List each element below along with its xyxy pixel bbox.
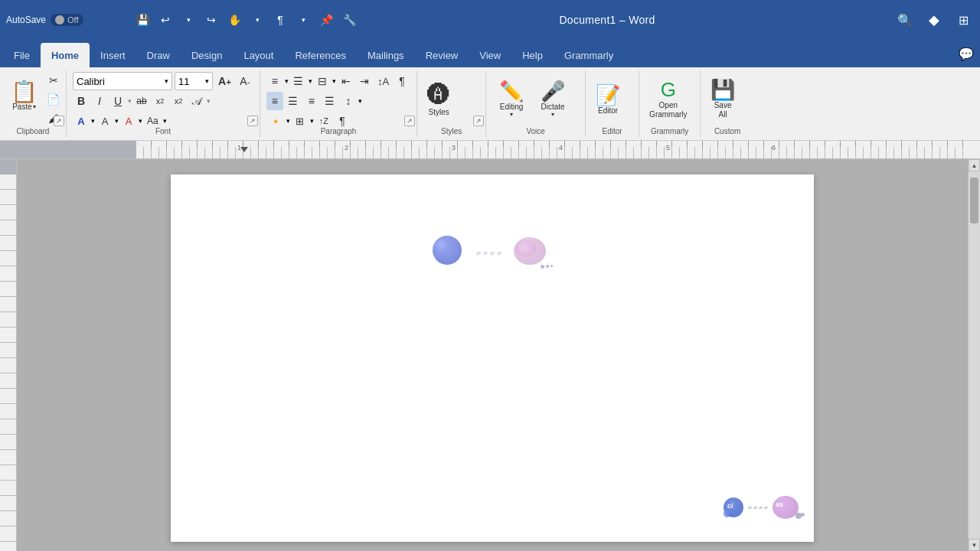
multilevel-dropdown[interactable]: ▾ bbox=[332, 77, 336, 85]
subscript-button[interactable]: x2 bbox=[152, 92, 168, 110]
open-grammarly-button[interactable]: G OpenGrammarly bbox=[645, 80, 691, 119]
save-all-label: SaveAll bbox=[714, 101, 732, 119]
editing-button[interactable]: ✏️ Editing ▾ bbox=[492, 80, 531, 119]
comment-icon[interactable]: 💬 bbox=[956, 43, 977, 64]
font-shrink-button[interactable]: A- bbox=[237, 72, 253, 90]
dictate-icon: 🎤 bbox=[541, 81, 565, 101]
tab-file[interactable]: File bbox=[3, 43, 41, 67]
quick-toolbar: 💾 ↩ ▾ ↪ ✋ ▾ ¶ ▾ 📌 🔧 bbox=[129, 9, 363, 31]
copy-button[interactable]: 📄 bbox=[44, 91, 63, 109]
underline-button[interactable]: U bbox=[109, 92, 126, 110]
undo-button[interactable]: ↩ bbox=[155, 9, 176, 31]
custom-label: Custom bbox=[701, 127, 754, 135]
increase-indent-button[interactable]: ⇥ bbox=[356, 72, 373, 90]
case-dropdown[interactable]: ▾ bbox=[163, 117, 167, 125]
layout-icon[interactable]: ⊞ bbox=[952, 9, 974, 31]
font-size-dropdown[interactable]: 11 bbox=[175, 72, 213, 90]
page-container[interactable]: ci as bbox=[17, 159, 968, 551]
tab-layout[interactable]: Layout bbox=[233, 43, 284, 67]
save-all-button[interactable]: 💾 SaveAll bbox=[707, 80, 739, 119]
tab-draw[interactable]: Draw bbox=[136, 43, 181, 67]
clear-format-dropdown[interactable]: ▾ bbox=[207, 97, 211, 105]
tab-review[interactable]: Review bbox=[415, 43, 469, 67]
shading-dropdown[interactable]: ▾ bbox=[286, 117, 290, 125]
tab-grammarly[interactable]: Grammarly bbox=[554, 43, 624, 67]
scroll-thumb[interactable] bbox=[970, 178, 978, 223]
numbering-button[interactable]: ☰ bbox=[290, 72, 307, 90]
scroll-up-button[interactable]: ▲ bbox=[969, 159, 980, 171]
styles-label: Styles bbox=[428, 108, 449, 116]
scroll-track[interactable] bbox=[969, 171, 980, 539]
superscript-button[interactable]: x2 bbox=[170, 92, 187, 110]
clipboard-expand[interactable]: ↗ bbox=[54, 116, 64, 126]
paste-button[interactable]: 📋 Paste bbox=[6, 78, 42, 121]
editor-button[interactable]: 📝 Editor bbox=[592, 80, 624, 119]
tab-home[interactable]: Home bbox=[41, 43, 90, 67]
tab-help[interactable]: Help bbox=[511, 43, 554, 67]
search-icon[interactable]: 🔍 bbox=[894, 9, 916, 31]
justify-button[interactable]: ☰ bbox=[322, 92, 338, 110]
format-dropdown[interactable]: ▾ bbox=[292, 9, 314, 31]
customize-button[interactable]: 🔧 bbox=[338, 9, 360, 31]
show-formatting-button[interactable]: ¶ bbox=[394, 72, 410, 90]
font-grow-button[interactable]: A+ bbox=[215, 72, 234, 90]
decrease-indent-button[interactable]: ⇤ bbox=[338, 72, 354, 90]
autosave-toggle[interactable]: Off bbox=[51, 14, 83, 26]
line-spacing-dropdown[interactable]: ▾ bbox=[358, 97, 362, 105]
cut-button[interactable]: ✂ bbox=[44, 72, 63, 90]
font-name-dropdown[interactable]: Calibri bbox=[73, 72, 172, 90]
pin-button[interactable]: 📌 bbox=[315, 9, 337, 31]
ruler-content[interactable]: 1 2 3 4 5 6 bbox=[136, 141, 968, 158]
line-spacing-button[interactable]: ↕ bbox=[340, 92, 357, 110]
tab-design[interactable]: Design bbox=[181, 43, 233, 67]
styles-group: 🅐 Styles Styles ↗ bbox=[417, 70, 486, 137]
text-color-dropdown[interactable]: ▾ bbox=[139, 117, 142, 125]
styles-button[interactable]: 🅐 Styles bbox=[423, 80, 454, 119]
touch-button[interactable]: ✋ bbox=[224, 9, 245, 31]
save-button[interactable]: 💾 bbox=[132, 9, 153, 31]
styles-label-group: Styles bbox=[417, 127, 485, 135]
editor-label-group: Editor bbox=[586, 127, 639, 135]
align-center-button[interactable]: ☰ bbox=[285, 92, 302, 110]
multilevel-button[interactable]: ⊟ bbox=[314, 72, 331, 90]
sort-button[interactable]: ↕A bbox=[374, 72, 392, 90]
strikethrough-button[interactable]: ab bbox=[133, 92, 150, 110]
clear-format-button[interactable]: 𝒜 bbox=[188, 92, 205, 110]
editor-icon: 📝 bbox=[596, 85, 620, 105]
borders-dropdown[interactable]: ▾ bbox=[310, 117, 314, 125]
font-expand[interactable]: ↗ bbox=[247, 116, 258, 126]
tab-stop[interactable] bbox=[240, 147, 248, 152]
underline-dropdown[interactable]: ▾ bbox=[128, 97, 132, 105]
diamond-icon[interactable]: ◆ bbox=[923, 9, 945, 31]
tab-insert[interactable]: Insert bbox=[90, 43, 136, 67]
align-left-button[interactable]: ≡ bbox=[266, 92, 283, 110]
document-page[interactable]: ci as bbox=[171, 174, 814, 542]
highlight-dropdown[interactable]: ▾ bbox=[115, 117, 119, 125]
styles-expand[interactable]: ↗ bbox=[473, 116, 484, 126]
grammarly-group: G OpenGrammarly Grammarly bbox=[639, 70, 701, 137]
redo-button[interactable]: ↪ bbox=[201, 9, 222, 31]
bullets-button[interactable]: ≡ bbox=[266, 72, 283, 90]
wm-dots bbox=[748, 507, 768, 509]
bullets-dropdown[interactable]: ▾ bbox=[285, 77, 289, 85]
align-right-button[interactable]: ≡ bbox=[303, 92, 320, 110]
left-ruler bbox=[0, 159, 17, 551]
bold-button[interactable]: B bbox=[73, 92, 90, 110]
right-scrollbar[interactable]: ▲ ▼ bbox=[968, 159, 980, 551]
styles-icon: 🅐 bbox=[427, 83, 450, 106]
undo-dropdown[interactable]: ▾ bbox=[178, 9, 199, 31]
format-button[interactable]: ¶ bbox=[270, 9, 291, 31]
loading-animation bbox=[232, 205, 753, 270]
dots-left bbox=[476, 252, 501, 255]
touch-dropdown[interactable]: ▾ bbox=[247, 9, 268, 31]
tab-mailings[interactable]: Mailings bbox=[357, 43, 415, 67]
numbering-dropdown[interactable]: ▾ bbox=[309, 77, 312, 85]
dictate-button[interactable]: 🎤 Dictate ▾ bbox=[534, 80, 572, 119]
italic-button[interactable]: I bbox=[91, 92, 108, 110]
autosave-area: AutoSave Off bbox=[6, 14, 129, 26]
font-color-dropdown[interactable]: ▾ bbox=[91, 117, 95, 125]
paragraph-expand[interactable]: ↗ bbox=[404, 116, 415, 126]
scroll-down-button[interactable]: ▼ bbox=[969, 539, 980, 551]
tab-view[interactable]: View bbox=[469, 43, 511, 67]
tab-references[interactable]: References bbox=[284, 43, 356, 67]
